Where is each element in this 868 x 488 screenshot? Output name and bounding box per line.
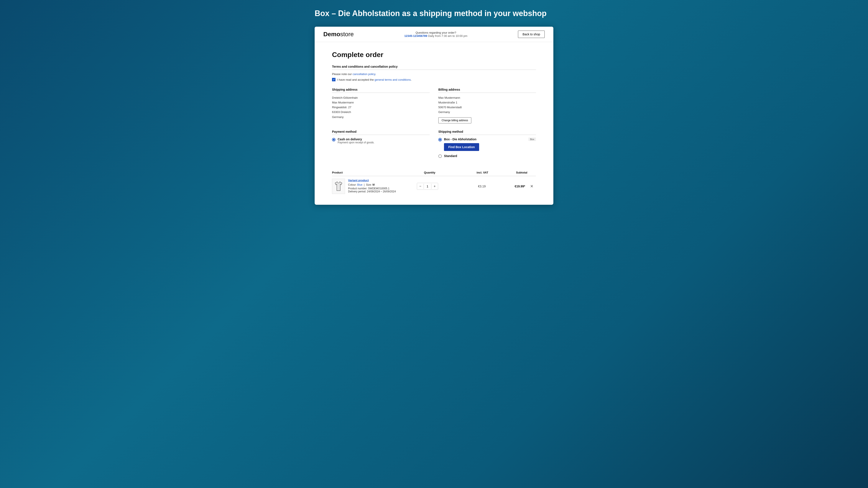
- product-subtotal: €19.99*: [488, 185, 525, 188]
- billing-address-col: Billing address Max Mustermann Musterstr…: [438, 88, 536, 123]
- shop-container: Demostore Questions regarding your order…: [315, 27, 553, 204]
- shipping-address-header: Shipping address: [332, 88, 430, 93]
- product-number: SWDEMO10005.1: [368, 187, 390, 190]
- shipping-method-col: Shipping method Box - Die Abholstation B…: [438, 130, 536, 158]
- product-quantity-col: − 1 +: [409, 183, 446, 190]
- page-title: Box – Die Abholstation as a shipping met…: [315, 9, 553, 18]
- product-details: Variant product Colour: Blue | Size: M P…: [348, 179, 396, 193]
- remove-product-button[interactable]: ✕: [527, 184, 536, 189]
- shop-main: Complete order Terms and conditions and …: [315, 42, 553, 204]
- order-title: Complete order: [332, 51, 536, 59]
- phone-link[interactable]: 12345-123456789: [404, 34, 427, 37]
- contact-label: Questions regarding your order?: [404, 31, 467, 34]
- product-size-value: M: [373, 183, 375, 186]
- quantity-decrease-button[interactable]: −: [417, 183, 424, 190]
- change-billing-address-button[interactable]: Change billing address: [438, 117, 471, 123]
- find-box-location-button[interactable]: Find Box Location: [444, 143, 479, 151]
- billing-address-block: Max Mustermann Musterstraße 1 50670 Must…: [438, 95, 536, 115]
- gtc-link[interactable]: general terms and conditions: [375, 78, 411, 82]
- shop-header: Demostore Questions regarding your order…: [315, 27, 553, 42]
- payment-method-col: Payment method Cash on delivery Payment …: [332, 130, 430, 158]
- terms-checkbox-row: I have read and accepted the general ter…: [332, 78, 536, 82]
- shipping-option-box: Box - Die Abholstation Box Find Box Loca…: [438, 137, 536, 151]
- product-info: Variant product Colour: Blue | Size: M P…: [332, 179, 407, 194]
- payment-cod-sub: Payment upon receipt of goods.: [338, 141, 374, 144]
- quantity-increase-button[interactable]: +: [431, 183, 438, 190]
- billing-address-header: Billing address: [438, 88, 536, 93]
- shipping-method-header: Shipping method: [438, 130, 536, 135]
- shirt-icon: [334, 181, 343, 191]
- back-to-shop-button[interactable]: Back to shop: [518, 31, 545, 38]
- shipping-address-block: Dreieich-Götzenhain Max Mustermann Ringw…: [332, 95, 430, 119]
- shipping-box-badge: Box: [528, 137, 536, 141]
- product-name-link[interactable]: Variant product: [348, 179, 369, 182]
- cancellation-policy-link[interactable]: cancellation policy: [352, 72, 375, 76]
- shipping-standard-label: Standard: [444, 154, 457, 158]
- payment-cod-label: Cash on delivery: [338, 137, 374, 141]
- product-colour-value: Blue: [357, 183, 362, 186]
- product-vat: €3.19: [448, 185, 486, 188]
- quantity-value: 1: [424, 184, 431, 189]
- col-product: Product: [332, 171, 410, 174]
- terms-note: Please note our cancellation policy.: [332, 72, 536, 76]
- product-delivery: 24/09/2024 – 26/09/2024: [367, 190, 396, 193]
- table-row: Variant product Colour: Blue | Size: M P…: [332, 179, 536, 194]
- shipping-option-standard: Standard: [438, 154, 536, 158]
- method-row: Payment method Cash on delivery Payment …: [332, 130, 536, 164]
- col-subtotal: Subtotal: [488, 171, 527, 174]
- terms-section-header: Terms and conditions and cancellation po…: [332, 65, 536, 70]
- payment-option-cod: Cash on delivery Payment upon receipt of…: [332, 137, 430, 144]
- product-table-header: Product Quantity incl. VAT Subtotal: [332, 171, 536, 176]
- address-row: Shipping address Dreieich-Götzenhain Max…: [332, 88, 536, 123]
- shop-logo: Demostore: [323, 31, 354, 38]
- terms-checkbox[interactable]: [332, 78, 336, 82]
- shipping-box-label: Box - Die Abholstation: [444, 137, 476, 141]
- shipping-radio-standard[interactable]: [438, 155, 442, 158]
- terms-section: Terms and conditions and cancellation po…: [332, 65, 536, 82]
- shipping-address-col: Shipping address Dreieich-Götzenhain Max…: [332, 88, 430, 123]
- col-vat: incl. VAT: [449, 171, 488, 174]
- quantity-stepper[interactable]: − 1 +: [417, 183, 438, 190]
- header-contact: Questions regarding your order? 12345-12…: [404, 31, 467, 37]
- payment-method-header: Payment method: [332, 130, 430, 135]
- shipping-radio-box[interactable]: [438, 138, 442, 141]
- contact-hours: Daily from 7:30 am to 10:00 pm: [428, 34, 467, 37]
- payment-radio-cod[interactable]: [332, 138, 336, 141]
- col-quantity: Quantity: [410, 171, 449, 174]
- product-thumbnail: [332, 179, 345, 194]
- product-section: Product Quantity incl. VAT Subtotal: [332, 171, 536, 194]
